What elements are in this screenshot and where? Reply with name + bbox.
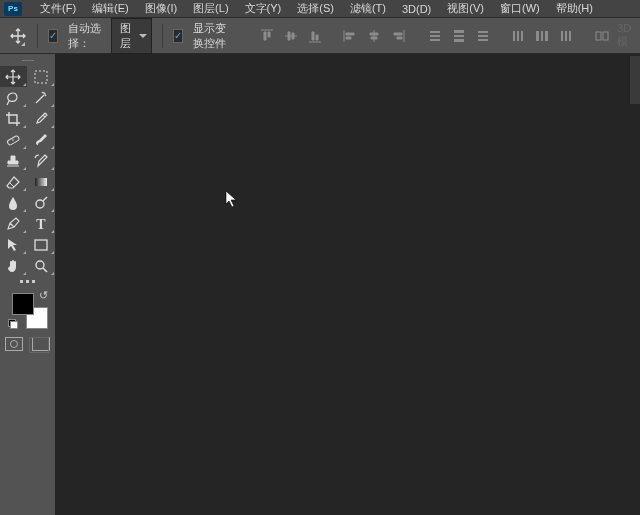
svg-rect-5 [454,39,464,42]
menu-select[interactable]: 选择(S) [289,0,342,18]
flyout-indicator-icon [23,83,26,86]
flyout-indicator-icon [21,42,25,46]
flyout-indicator-icon [23,230,26,233]
swap-colors-icon[interactable]: ↺ [39,289,48,302]
svg-text:T: T [36,217,46,232]
menu-edit[interactable]: 编辑(E) [84,0,137,18]
distribute-right-icon[interactable] [559,27,573,45]
align-left-icon[interactable] [343,27,357,45]
brush-tool[interactable] [28,129,55,150]
dodge-tool[interactable] [28,192,55,213]
auto-select-label: 自动选择： [64,21,105,51]
gradient-tool[interactable] [28,171,55,192]
tools-panel: T ↺ [0,54,55,515]
svg-rect-20 [35,71,47,83]
menu-file[interactable]: 文件(F) [32,0,84,18]
auto-select-dropdown[interactable]: 图层 [111,18,152,54]
svg-rect-16 [565,31,567,41]
path-select-tool[interactable] [0,234,27,255]
svg-point-27 [36,261,44,269]
svg-rect-9 [513,31,515,41]
magic-wand-tool[interactable] [28,87,55,108]
menu-layer[interactable]: 图层(L) [185,0,236,18]
default-colors-icon[interactable] [8,319,18,329]
menu-type[interactable]: 文字(Y) [237,0,290,18]
healing-brush-tool[interactable] [0,129,27,150]
menu-view[interactable]: 视图(V) [439,0,492,18]
distribute-left-icon[interactable] [511,27,525,45]
flyout-indicator-icon [23,188,26,191]
hand-tool[interactable] [0,255,27,276]
svg-rect-23 [35,178,47,186]
edit-toolbar-icon[interactable] [0,280,55,283]
flyout-indicator-icon [23,104,26,107]
flyout-indicator-icon [23,251,26,254]
menu-filter[interactable]: 滤镜(T) [342,0,394,18]
clone-stamp-tool[interactable] [0,150,27,171]
eraser-tool[interactable] [0,171,27,192]
align-top-icon[interactable] [260,27,274,45]
svg-rect-10 [517,31,519,41]
app-logo: Ps [4,2,22,16]
svg-point-22 [12,139,14,141]
canvas-area[interactable] [55,54,640,515]
svg-rect-8 [478,39,488,41]
flyout-indicator-icon [51,83,54,86]
distribute-bottom-icon[interactable] [476,27,490,45]
menu-image[interactable]: 图像(I) [137,0,185,18]
active-tool-icon[interactable] [10,24,27,48]
divider [37,24,38,48]
screenmode-icon[interactable] [32,337,50,351]
svg-point-24 [36,200,44,208]
mode-3d-label: 3D 模 [617,22,640,49]
crop-tool[interactable] [0,108,27,129]
menu-3d[interactable]: 3D(D) [394,1,439,17]
show-transform-label: 显示变换控件 [189,21,237,51]
color-swatches: ↺ [8,289,48,329]
menu-bar: Ps 文件(F) 编辑(E) 图像(I) 图层(L) 文字(Y) 选择(S) 滤… [0,0,640,18]
svg-rect-19 [603,32,608,40]
auto-select-checkbox[interactable] [48,29,58,43]
auto-select-value: 图层 [120,22,131,49]
show-transform-checkbox[interactable] [173,29,183,43]
distribute-hcenter-icon[interactable] [535,27,549,45]
align-bottom-icon[interactable] [308,27,322,45]
rectangle-tool[interactable] [28,234,55,255]
move-tool[interactable] [0,66,27,87]
svg-rect-12 [536,31,539,41]
distribute-vcenter-icon[interactable] [452,27,466,45]
quickmask-icon[interactable] [5,337,23,351]
svg-rect-18 [596,32,601,40]
artboard-tool[interactable] [28,66,55,87]
flyout-indicator-icon [51,167,54,170]
menu-window[interactable]: 窗口(W) [492,0,548,18]
foreground-color[interactable] [12,293,34,315]
flyout-indicator-icon [23,125,26,128]
flyout-indicator-icon [23,146,26,149]
type-tool[interactable]: T [28,213,55,234]
svg-rect-6 [478,31,488,33]
align-right-icon[interactable] [391,27,405,45]
collapsed-panel-tab[interactable] [629,56,640,104]
flyout-indicator-icon [51,272,54,275]
cursor-icon [225,190,239,208]
auto-align-icon[interactable] [595,27,609,45]
flyout-indicator-icon [23,209,26,212]
history-brush-tool[interactable] [28,150,55,171]
panel-grip[interactable] [0,54,55,66]
blur-tool[interactable] [0,192,27,213]
align-hcenter-icon[interactable] [367,27,381,45]
chevron-down-icon [139,34,147,38]
flyout-indicator-icon [51,251,54,254]
pen-tool[interactable] [0,213,27,234]
svg-rect-17 [569,31,571,41]
eyedropper-tool[interactable] [28,108,55,129]
lasso-tool[interactable] [0,87,27,108]
distribute-top-icon[interactable] [428,27,442,45]
menu-help[interactable]: 帮助(H) [548,0,601,18]
flyout-indicator-icon [51,104,54,107]
svg-rect-2 [430,39,440,41]
align-vcenter-icon[interactable] [284,27,298,45]
svg-rect-0 [430,31,440,33]
zoom-tool[interactable] [28,255,55,276]
